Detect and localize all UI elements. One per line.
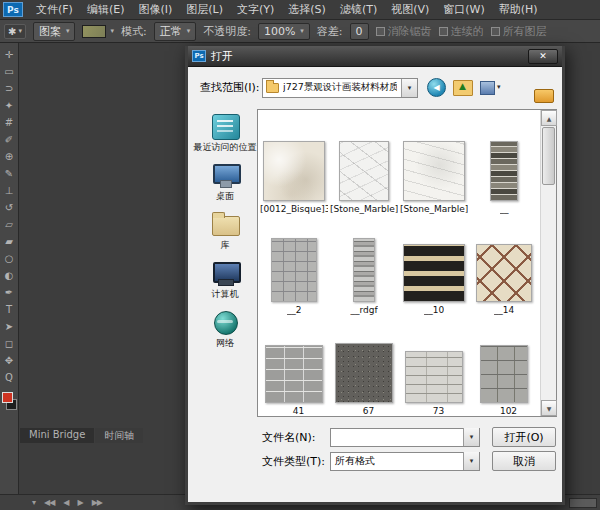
place-item-2[interactable]: 库 — [190, 211, 260, 252]
marquee-tool[interactable]: ▭ — [1, 63, 18, 80]
file-name: __rdgf — [350, 305, 377, 315]
all-layers-checkbox[interactable]: 所有图层 — [491, 24, 547, 39]
menu-item-9[interactable]: 帮助(H) — [492, 0, 545, 19]
menu-item-1[interactable]: 编辑(E) — [80, 0, 132, 19]
file-thumbnail[interactable] — [405, 351, 463, 403]
play-icon[interactable]: ▶ — [77, 498, 82, 507]
filename-input[interactable] — [331, 430, 463, 445]
timeline-menu-icon[interactable]: ▾ — [32, 498, 35, 507]
place-item-3[interactable]: 计算机 — [190, 260, 260, 301]
crop-tool[interactable]: # — [1, 114, 18, 131]
menu-item-4[interactable]: 文字(Y) — [230, 0, 281, 19]
first-frame-icon[interactable]: ◀◀ — [44, 498, 54, 507]
open-button[interactable]: 打开(O) — [492, 427, 556, 447]
file-thumbnail[interactable] — [476, 244, 532, 302]
gradient-tool[interactable]: ▰ — [1, 233, 18, 250]
file-item[interactable]: __41 — [259, 316, 329, 415]
chevron-down-icon[interactable]: ▾ — [401, 79, 417, 97]
pattern-swatch[interactable] — [82, 25, 106, 38]
filename-combo[interactable]: ▾ — [330, 428, 480, 447]
cancel-button[interactable]: 取消 — [492, 451, 556, 471]
tolerance-input[interactable]: 0 — [350, 23, 369, 40]
menu-item-0[interactable]: 文件(F) — [29, 0, 80, 19]
eyedropper-tool[interactable]: ✐ — [1, 131, 18, 148]
zoom-tool[interactable]: Q — [1, 369, 18, 386]
file-list-scrollbar[interactable]: ▲ ▼ — [540, 110, 556, 416]
up-one-level-button[interactable]: ▲ — [453, 80, 473, 96]
pattern-source-dropdown[interactable]: 图案 ▾ — [33, 22, 76, 41]
place-item-1[interactable]: 桌面 — [190, 162, 260, 203]
tab-timeline[interactable]: 时间轴 — [95, 428, 143, 443]
file-thumbnail[interactable] — [335, 343, 393, 403]
scroll-up-icon[interactable]: ▲ — [541, 110, 557, 126]
file-thumbnail[interactable] — [403, 244, 465, 302]
file-thumbnail[interactable] — [490, 141, 518, 201]
menu-item-8[interactable]: 窗口(W) — [436, 0, 491, 19]
file-item[interactable]: [Stone_Marble]1 — [329, 114, 399, 215]
quick-selection-tool[interactable]: ✦ — [1, 97, 18, 114]
menu-item-2[interactable]: 图像(I) — [131, 0, 179, 19]
file-grid: [0012_Bisque]3...[Stone_Marble]1[Stone_M… — [259, 110, 539, 415]
mode-dropdown[interactable]: 正常 ▾ — [154, 22, 197, 41]
file-item[interactable]: __2 — [259, 215, 329, 316]
menu-item-3[interactable]: 图层(L) — [179, 0, 230, 19]
scroll-down-icon[interactable]: ▼ — [541, 400, 557, 416]
opacity-dropdown[interactable]: 100% ▾ — [258, 23, 310, 40]
dodge-tool[interactable]: ◐ — [1, 267, 18, 284]
view-menu-button[interactable]: ▾ — [480, 81, 501, 95]
eraser-tool[interactable]: ▱ — [1, 216, 18, 233]
file-item[interactable]: __14 — [469, 215, 539, 316]
hand-tool[interactable]: ✥ — [1, 352, 18, 369]
scrollbar-thumb[interactable] — [542, 127, 555, 185]
prev-frame-icon[interactable]: ◀ — [63, 498, 68, 507]
menu-list: 文件(F)编辑(E)图像(I)图层(L)文字(Y)选择(S)滤镜(T)视图(V)… — [29, 0, 545, 19]
menu-bar: Ps 文件(F)编辑(E)图像(I)图层(L)文字(Y)选择(S)滤镜(T)视图… — [0, 0, 600, 20]
dialog-titlebar[interactable]: Ps 打开 ✕ — [188, 46, 562, 67]
file-thumbnail[interactable] — [480, 345, 528, 403]
file-item[interactable]: [Stone_Marble]... — [399, 114, 469, 215]
file-thumbnail[interactable] — [263, 141, 325, 201]
filetype-dropdown[interactable]: 所有格式 ▾ — [330, 452, 480, 471]
horizontal-scrollbar[interactable] — [569, 498, 597, 508]
file-item[interactable]: __73 — [399, 316, 469, 415]
path-selection-tool[interactable]: ➤ — [1, 318, 18, 335]
file-item[interactable]: __102 — [469, 316, 539, 415]
clone-stamp-tool[interactable]: ⊥ — [1, 182, 18, 199]
file-thumbnail[interactable] — [403, 141, 465, 201]
file-thumbnail[interactable] — [271, 238, 317, 302]
file-item[interactable]: __67 — [329, 316, 399, 415]
file-thumbnail[interactable] — [353, 238, 375, 302]
pen-tool[interactable]: ✒ — [1, 284, 18, 301]
chevron-down-icon[interactable]: ▾ — [463, 428, 479, 446]
file-thumbnail[interactable] — [339, 141, 389, 201]
contiguous-checkbox[interactable]: 连续的 — [439, 24, 484, 39]
close-button[interactable]: ✕ — [528, 49, 558, 64]
history-brush-tool[interactable]: ↺ — [1, 199, 18, 216]
back-button[interactable]: ◀ — [427, 78, 446, 97]
type-tool[interactable]: T — [1, 301, 18, 318]
menu-item-5[interactable]: 选择(S) — [281, 0, 333, 19]
place-item-4[interactable]: 网络 — [190, 309, 260, 350]
brush-tool[interactable]: ✎ — [1, 165, 18, 182]
antialias-checkbox[interactable]: 消除锯齿 — [376, 24, 432, 39]
tool-preset-picker[interactable]: ✱ ▾ — [4, 24, 26, 39]
blur-tool[interactable]: ○ — [1, 250, 18, 267]
place-item-0[interactable]: 最近访问的位置 — [190, 113, 260, 154]
tab-mini-bridge[interactable]: Mini Bridge — [20, 428, 94, 443]
lasso-tool[interactable]: ⊃ — [1, 80, 18, 97]
foreground-color-swatch[interactable] — [2, 392, 13, 403]
shape-tool[interactable]: ◻ — [1, 335, 18, 352]
move-tool[interactable]: ✛ — [1, 46, 18, 63]
next-frame-icon[interactable]: ▶▶ — [92, 498, 102, 507]
menu-item-7[interactable]: 视图(V) — [384, 0, 436, 19]
look-in-dropdown[interactable]: j727景观设计画装材料材质贴图 ▾ — [262, 78, 418, 98]
file-item[interactable]: __10 — [399, 215, 469, 316]
new-folder-button[interactable] — [534, 89, 554, 103]
menu-item-6[interactable]: 滤镜(T) — [333, 0, 384, 19]
file-item[interactable]: __rdgf — [329, 215, 399, 316]
file-item[interactable]: __ — [469, 114, 539, 215]
file-thumbnail[interactable] — [265, 345, 323, 403]
healing-brush-tool[interactable]: ⊕ — [1, 148, 18, 165]
chevron-down-icon[interactable]: ▾ — [463, 452, 479, 470]
file-item[interactable]: [0012_Bisque]3... — [259, 114, 329, 215]
